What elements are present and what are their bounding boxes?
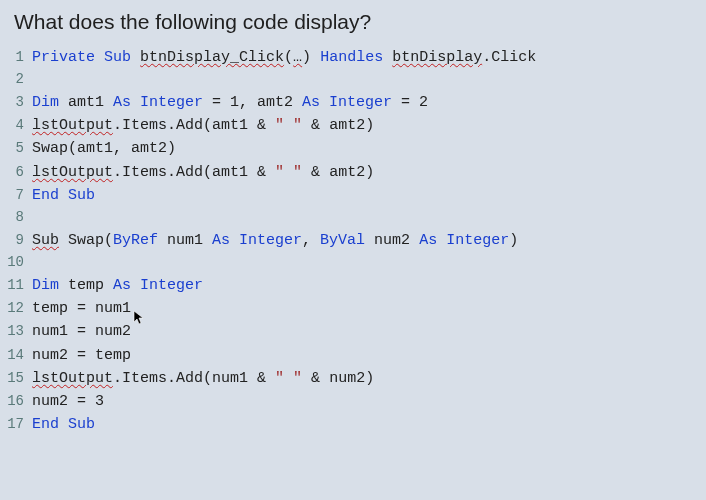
line-number: 16 (6, 391, 32, 413)
code-line: 9 Sub Swap(ByRef num1 As Integer, ByVal … (6, 229, 706, 252)
code-line: 3 Dim amt1 As Integer = 1, amt2 As Integ… (6, 91, 706, 114)
code-line: 4 lstOutput.Items.Add(amt1 & " " & amt2) (6, 114, 706, 137)
code-line: 16 num2 = 3 (6, 390, 706, 413)
code-line: 1 Private Sub btnDisplay_Click(…) Handle… (6, 46, 706, 69)
question-text: What does the following code display? (0, 0, 706, 46)
code-content: Dim temp As Integer (32, 274, 203, 297)
line-number: 15 (6, 368, 32, 390)
code-line: 10 (6, 252, 706, 274)
code-content: lstOutput.Items.Add(amt1 & " " & amt2) (32, 161, 374, 184)
line-number: 7 (6, 185, 32, 207)
code-line: 13 num1 = num2 (6, 320, 706, 343)
line-number: 17 (6, 414, 32, 436)
line-number: 3 (6, 92, 32, 114)
code-block: 1 Private Sub btnDisplay_Click(…) Handle… (0, 46, 706, 437)
code-content: lstOutput.Items.Add(amt1 & " " & amt2) (32, 114, 374, 137)
code-content: num2 = temp (32, 344, 131, 367)
code-content: lstOutput.Items.Add(num1 & " " & num2) (32, 367, 374, 390)
line-number: 14 (6, 345, 32, 367)
code-line: 2 (6, 69, 706, 91)
code-content: num1 = num2 (32, 320, 131, 343)
code-line: 5 Swap(amt1, amt2) (6, 137, 706, 160)
code-line: 15 lstOutput.Items.Add(num1 & " " & num2… (6, 367, 706, 390)
code-line: 17 End Sub (6, 413, 706, 436)
line-number: 10 (6, 252, 32, 274)
line-number: 5 (6, 138, 32, 160)
code-line: 12 temp = num1 (6, 297, 706, 320)
code-content: Private Sub btnDisplay_Click(…) Handles … (32, 46, 536, 69)
line-number: 13 (6, 321, 32, 343)
code-content: num2 = 3 (32, 390, 104, 413)
code-line: 14 num2 = temp (6, 344, 706, 367)
code-line: 6 lstOutput.Items.Add(amt1 & " " & amt2) (6, 161, 706, 184)
line-number: 8 (6, 207, 32, 229)
line-number: 2 (6, 69, 32, 91)
line-number: 9 (6, 230, 32, 252)
code-content: End Sub (32, 184, 95, 207)
code-line: 11 Dim temp As Integer (6, 274, 706, 297)
code-content: Dim amt1 As Integer = 1, amt2 As Integer… (32, 91, 428, 114)
code-line: 8 (6, 207, 706, 229)
code-content: Sub Swap(ByRef num1 As Integer, ByVal nu… (32, 229, 518, 252)
code-content: temp = num1 (32, 297, 131, 320)
code-content: End Sub (32, 413, 95, 436)
line-number: 12 (6, 298, 32, 320)
line-number: 4 (6, 115, 32, 137)
line-number: 1 (6, 47, 32, 69)
line-number: 11 (6, 275, 32, 297)
code-line: 7 End Sub (6, 184, 706, 207)
line-number: 6 (6, 162, 32, 184)
code-content: Swap(amt1, amt2) (32, 137, 176, 160)
